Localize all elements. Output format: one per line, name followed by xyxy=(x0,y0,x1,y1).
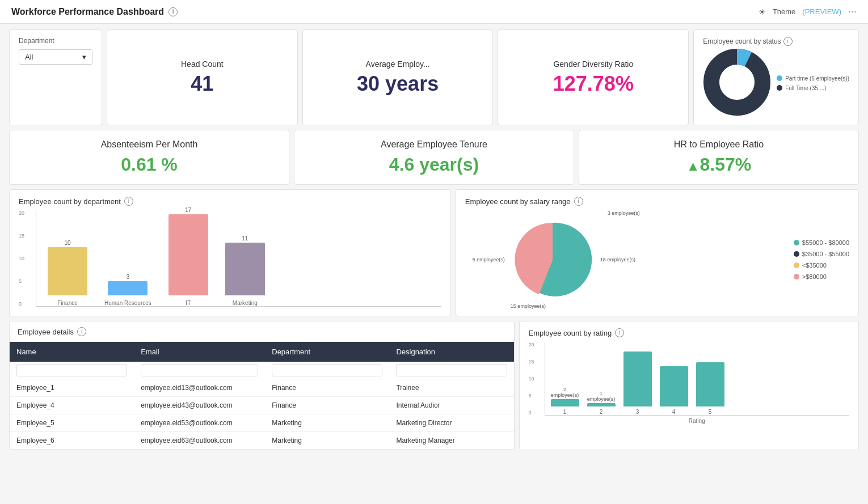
department-filter-card: Department All ▾ xyxy=(9,29,102,125)
marketing-bar xyxy=(225,243,265,295)
hr-ratio-num: 8.57% xyxy=(700,154,752,175)
rating-chart-wrap: 20151050 2 employee(s) 1 1 employ xyxy=(529,342,849,424)
chevron-down-icon: ▾ xyxy=(82,53,86,61)
rating-1-label: 1 xyxy=(563,409,567,415)
rating-chart-title: Employee count by rating i xyxy=(529,328,849,337)
salary-chart-title-text: Employee count by salary range xyxy=(465,197,571,206)
rating-4-annotation: - xyxy=(660,359,688,365)
it-bar-label: IT xyxy=(186,300,191,306)
cell-email-3: employee.eid53@outlook.com xyxy=(134,414,265,432)
svg-point-2 xyxy=(720,65,754,99)
legend-gt-80k: >$80000 xyxy=(794,273,849,280)
rating-bar-1: 2 employee(s) 1 xyxy=(551,387,579,415)
more-options-icon[interactable]: ··· xyxy=(848,6,857,18)
status-info-icon[interactable]: i xyxy=(783,37,793,46)
table-row: Employee_1 employee.eid13@outlook.com Fi… xyxy=(10,379,514,397)
col-designation: Designation xyxy=(389,342,513,362)
bar-it: 17 IT xyxy=(168,207,208,306)
dept-selected-value: All xyxy=(25,53,33,61)
finance-bar xyxy=(48,247,87,295)
donut-legend: Part time (6 employee(s)) Full Time (35 … xyxy=(777,75,849,91)
table-info-icon[interactable]: i xyxy=(77,327,86,336)
cell-designation-2: Internal Audior xyxy=(389,397,513,414)
employee-table: Name Email Department Designation Empl xyxy=(10,342,514,450)
salary-legend: $55000 - $80000 $35000 - $55000 <$35000 … xyxy=(794,239,849,280)
app-header: Workforce Performance Dashboard i ☀ Them… xyxy=(0,0,868,24)
avg-tenure-card: Average Employee Tenure 4.6 year(s) xyxy=(294,130,574,185)
rating-chart-title-text: Employee count by rating xyxy=(529,329,612,337)
rating-3-label: 3 xyxy=(636,409,639,415)
rating-bars: 2 employee(s) 1 1 employee(s) 2 xyxy=(545,342,849,416)
rating-x-label: Rating xyxy=(545,418,849,424)
cell-designation-1: Trainee xyxy=(389,379,513,397)
avg-employment-value: 30 years xyxy=(357,72,439,96)
rating-2-label: 2 xyxy=(600,409,603,415)
employee-status-title: Employee count by status i xyxy=(703,37,849,46)
marketing-bar-label: Marketing xyxy=(233,300,258,306)
table-row: Employee_5 employee.eid53@outlook.com Ma… xyxy=(10,414,514,432)
filter-designation-input[interactable] xyxy=(396,364,507,376)
y-axis-labels: 20151050 xyxy=(19,210,24,307)
avg-employment-title: Average Employ... xyxy=(366,60,430,69)
avg-tenure-value: 4.6 year(s) xyxy=(389,154,479,175)
legend-part-time: Part time (6 employee(s)) xyxy=(777,75,849,82)
bar-hr: 3 Human Resources xyxy=(104,274,151,306)
title-info-icon[interactable]: i xyxy=(168,7,178,16)
hr-bar-value: 3 xyxy=(108,274,148,280)
filter-row xyxy=(10,362,514,379)
legend-55k-80k: $55000 - $80000 xyxy=(794,239,849,246)
rating-5-label: 5 xyxy=(709,409,712,415)
filter-dept-input[interactable] xyxy=(272,364,382,376)
donut-chart xyxy=(703,48,771,118)
department-select[interactable]: All ▾ xyxy=(19,49,92,65)
filter-email-input[interactable] xyxy=(141,364,258,376)
dept-label: Department xyxy=(19,37,92,45)
label-35k-55k: $35000 - $55000 xyxy=(802,251,849,257)
absenteeism-title: Absenteeism Per Month xyxy=(101,139,198,150)
cell-designation-4: Marketing Manager xyxy=(389,432,513,450)
theme-preview: (PREVIEW) xyxy=(802,7,841,16)
table-header: Employee details i xyxy=(10,321,514,342)
hr-ratio-card: HR to Employee Ratio ▲8.57% xyxy=(579,130,859,185)
legend-35k-55k: $35000 - $55000 xyxy=(794,251,849,257)
finance-bar-value: 10 xyxy=(48,240,87,246)
employee-table-card: Employee details i Name Email Department… xyxy=(9,321,515,450)
rating-bar-2: 1 employee(s) 2 xyxy=(587,391,616,415)
cell-email-1: employee.eid13@outlook.com xyxy=(134,379,265,397)
label-gt-80k: >$80000 xyxy=(802,273,827,280)
rating-info-icon[interactable]: i xyxy=(615,328,624,337)
avg-employment-card: Average Employ... 30 years xyxy=(302,29,494,125)
cell-name-4: Employee_6 xyxy=(10,432,134,450)
cell-email-2: employee.eid43@outlook.com xyxy=(134,397,265,414)
salary-chart-card: Employee count by salary range i 3 emplo… xyxy=(456,189,859,316)
rating-2-bar xyxy=(587,403,616,406)
dept-chart-info-icon[interactable]: i xyxy=(124,197,133,206)
salary-info-icon[interactable]: i xyxy=(574,197,583,206)
hr-bar xyxy=(108,281,148,295)
gender-diversity-card: Gender Diversity Ratio 127.78% xyxy=(498,29,689,125)
hr-ratio-title: HR to Employee Ratio xyxy=(674,139,764,150)
status-title-text: Employee count by status xyxy=(703,37,781,45)
label-lt-35k: <$35000 xyxy=(802,262,827,269)
rating-3-bar xyxy=(623,351,652,406)
cell-name-1: Employee_1 xyxy=(10,379,134,397)
rating-1-annotation: 2 employee(s) xyxy=(551,387,579,398)
salary-pie-wrap: 3 employee(s) 5 employee(s) xyxy=(465,210,849,309)
table-row: Employee_4 employee.eid43@outlook.com Fi… xyxy=(10,397,514,414)
dept-chart-title: Employee count by department i xyxy=(19,197,441,206)
cell-name-2: Employee_4 xyxy=(10,397,134,414)
rating-chart-card: Employee count by rating i 20151050 2 em… xyxy=(519,321,859,450)
cell-dept-3: Marketing xyxy=(265,414,389,432)
cell-email-4: employee.eid63@outlook.com xyxy=(134,432,265,450)
cell-designation-3: Marketing Director xyxy=(389,414,513,432)
header-controls: ☀ Theme (PREVIEW) ··· xyxy=(759,6,857,18)
second-row: Absenteeism Per Month 0.61 % Average Emp… xyxy=(9,130,859,185)
filter-name-input[interactable] xyxy=(16,364,127,376)
absenteeism-value: 0.61 % xyxy=(121,154,178,175)
finance-bar-label: Finance xyxy=(57,300,78,306)
part-time-label: Part time (6 employee(s)) xyxy=(785,75,849,82)
table-head: Name Email Department Designation xyxy=(10,342,514,362)
label-55k-80k: $55000 - $80000 xyxy=(802,239,849,246)
table-title: Employee details xyxy=(18,328,74,336)
hr-ratio-value: ▲8.57% xyxy=(686,154,752,175)
